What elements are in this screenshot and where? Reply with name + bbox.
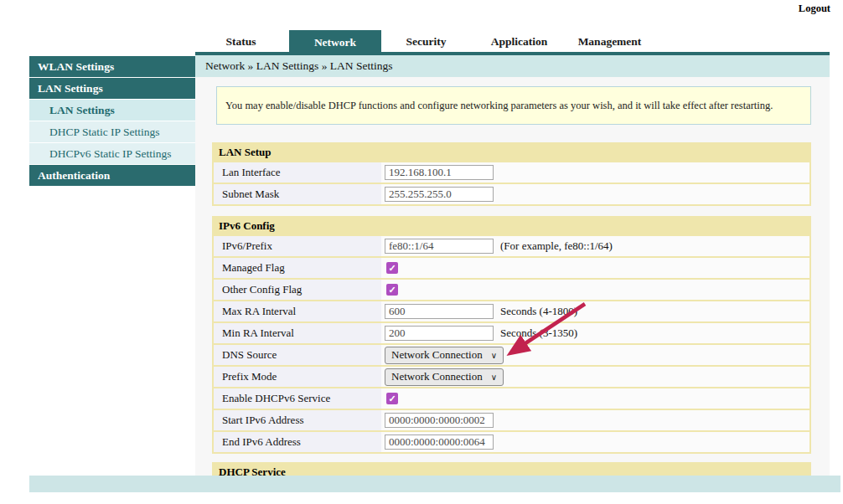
main-content: You may enable/disable DHCP functions an… (195, 77, 830, 476)
field-label: Enable DHCPv6 Service (214, 388, 381, 409)
logout-link[interactable]: Logout (799, 3, 830, 15)
field-hint: (For example, fe80::1/64) (500, 239, 613, 253)
field-label: DNS Source (214, 345, 381, 365)
sidebar-item-dhcp-static-ip[interactable]: DHCP Static IP Settings (29, 121, 195, 142)
table-row: Subnet Mask (214, 183, 809, 204)
field-label: Subnet Mask (214, 184, 381, 204)
sidebar: WLAN Settings LAN Settings LAN Settings … (29, 56, 195, 187)
prefix-mode-select[interactable]: Network Connection (385, 368, 504, 386)
dns-source-select[interactable]: Network Connection (385, 347, 504, 364)
table-row: End IPv6 Address (214, 430, 809, 452)
select-value: Network Connection (391, 370, 483, 383)
breadcrumb: Network » LAN Settings » LAN Settings (195, 55, 830, 77)
field-label: Managed Flag (214, 258, 381, 278)
field-label: Lan Interface (214, 162, 381, 183)
section-title-ipv6-config: IPv6 Config (214, 218, 809, 234)
table-row: Prefix Mode Network Connection (214, 365, 809, 387)
field-hint: Seconds (3-1350) (500, 327, 577, 340)
min-ra-interval-input[interactable] (385, 326, 494, 341)
field-label: Start IPv6 Address (214, 410, 381, 430)
ipv6-prefix-input[interactable] (385, 239, 494, 254)
sidebar-item-wlan-settings[interactable]: WLAN Settings (29, 56, 195, 77)
chevron-down-icon (491, 351, 497, 360)
field-label: Max RA Interval (214, 301, 381, 321)
table-row: Managed Flag (214, 256, 809, 278)
table-row: Min RA Interval Seconds (3-1350) (214, 321, 809, 343)
bottom-bar (29, 476, 840, 492)
table-row: Lan Interface (214, 161, 809, 183)
tab-network[interactable]: Network (289, 30, 381, 55)
tab-status[interactable]: Status (205, 30, 277, 53)
lan-interface-input[interactable] (385, 165, 494, 180)
sidebar-item-lan-settings[interactable]: LAN Settings (29, 100, 195, 121)
start-ipv6-address-input[interactable] (385, 413, 494, 428)
tab-application[interactable]: Application (479, 30, 559, 53)
sidebar-item-lan-settings-group[interactable]: LAN Settings (29, 78, 195, 99)
sidebar-item-authentication[interactable]: Authentication (29, 165, 195, 186)
notice-box: You may enable/disable DHCP functions an… (216, 86, 811, 125)
tab-management[interactable]: Management (570, 30, 649, 53)
section-title-lan-setup: LAN Setup (214, 144, 809, 161)
table-row: DNS Source Network Connection (214, 343, 809, 365)
field-label: Min RA Interval (214, 323, 381, 343)
managed-flag-checkbox[interactable] (386, 262, 398, 274)
table-row: Start IPv6 Address (214, 409, 809, 430)
ipv6-config-section: IPv6 Config IPv6/Prefix (For example, fe… (212, 216, 811, 454)
field-label: End IPv6 Address (214, 432, 381, 452)
field-label: Other Config Flag (214, 280, 381, 300)
table-row: Max RA Interval Seconds (4-1800) (214, 300, 809, 321)
other-config-flag-checkbox[interactable] (386, 284, 398, 296)
end-ipv6-address-input[interactable] (385, 435, 494, 450)
sidebar-item-dhcpv6-static-ip[interactable]: DHCPv6 Static IP Settings (29, 143, 195, 164)
lan-setup-section: LAN Setup Lan Interface Subnet Mask (212, 142, 811, 206)
select-value: Network Connection (391, 348, 483, 362)
field-label: IPv6/Prefix (214, 236, 381, 256)
field-hint: Seconds (4-1800) (500, 305, 577, 318)
table-row: IPv6/Prefix (For example, fe80::1/64) (214, 234, 809, 256)
subnet-mask-input[interactable] (385, 187, 494, 202)
field-label: Prefix Mode (214, 367, 381, 387)
tab-security[interactable]: Security (390, 30, 462, 53)
table-row: Other Config Flag (214, 278, 809, 300)
enable-dhcpv6-service-checkbox[interactable] (386, 393, 398, 404)
table-row: Enable DHCPv6 Service (214, 387, 809, 409)
chevron-down-icon (491, 373, 497, 382)
max-ra-interval-input[interactable] (385, 304, 494, 319)
